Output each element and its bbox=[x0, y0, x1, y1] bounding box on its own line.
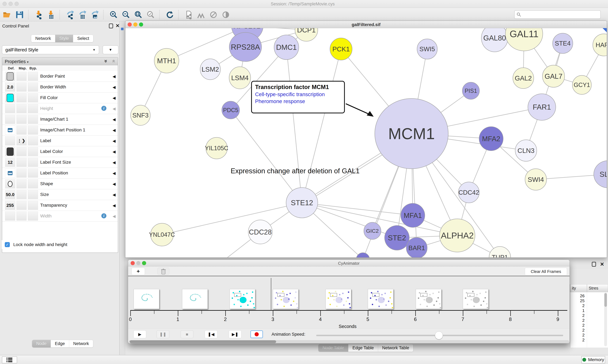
network-node-PCK1[interactable]: PCK1 bbox=[330, 38, 352, 60]
table-cell[interactable]: 2 bbox=[570, 313, 585, 318]
show-view-button[interactable] bbox=[221, 10, 231, 20]
table-column-header[interactable]: Stres bbox=[589, 286, 598, 291]
network-node-GCY1[interactable]: GCY1 bbox=[572, 76, 591, 94]
network-node-MFA1[interactable]: MFA1 bbox=[401, 203, 425, 227]
birdseye-corner-icon[interactable] bbox=[603, 28, 607, 32]
byp-cell[interactable] bbox=[28, 201, 38, 210]
property-row[interactable]: Shape◀ bbox=[2, 179, 118, 189]
network-node-CDC42[interactable]: CDC42 bbox=[458, 182, 479, 203]
network-node-MTH1[interactable]: MTH1 bbox=[154, 48, 179, 73]
import-table-button[interactable] bbox=[46, 10, 56, 20]
float-panel-icon[interactable] bbox=[592, 262, 596, 267]
frame-thumbnail-4[interactable] bbox=[326, 289, 351, 309]
network-annotation[interactable]: Transcription factor MCM1 Cell-type-spec… bbox=[251, 81, 345, 113]
network-node-SWI5[interactable]: SWI5 bbox=[417, 39, 437, 59]
network-snapshot-button[interactable] bbox=[184, 10, 194, 20]
zoom-traffic-light[interactable] bbox=[142, 261, 146, 265]
expand-arrow-icon[interactable]: ◀ bbox=[112, 74, 116, 79]
expand-arrow-icon[interactable]: ◀ bbox=[112, 160, 116, 165]
expand-arrow-icon[interactable]: ◀ bbox=[112, 128, 116, 132]
network-node-ALPHA2[interactable]: ALPHA2 bbox=[440, 219, 475, 252]
network-node-DMC1[interactable]: DMC1 bbox=[274, 35, 299, 60]
map-cell[interactable] bbox=[16, 179, 27, 188]
network-node-HAP2[interactable]: HAP2 bbox=[593, 34, 607, 56]
table-cell[interactable]: 2 bbox=[570, 333, 585, 338]
network-node-BAR1[interactable]: BAR1 bbox=[406, 237, 427, 258]
def-cell[interactable] bbox=[5, 179, 15, 188]
close-panel-icon[interactable]: ✕ bbox=[600, 261, 604, 267]
def-cell[interactable] bbox=[5, 169, 15, 178]
network-node-CDC28[interactable]: CDC28 bbox=[248, 220, 272, 244]
panel-splitter[interactable] bbox=[120, 21, 125, 355]
property-row[interactable]: Label Position◀ bbox=[2, 168, 118, 179]
style-tab-network[interactable]: Network bbox=[69, 340, 93, 347]
property-row[interactable]: ⋮❯Label◀ bbox=[2, 135, 118, 146]
network-node-GAL2[interactable]: GAL2 bbox=[513, 68, 534, 89]
network-node-YIL105C[interactable]: YIL105C bbox=[205, 137, 228, 159]
search-box[interactable] bbox=[514, 10, 601, 19]
table-scrollbar-thumb[interactable] bbox=[604, 293, 607, 307]
map-cell[interactable] bbox=[16, 190, 27, 199]
def-cell[interactable] bbox=[5, 104, 15, 113]
tab-select[interactable]: Select bbox=[73, 35, 93, 42]
table-tab-edge-table[interactable]: Edge Table bbox=[348, 344, 378, 352]
table-cell[interactable]: 2 bbox=[570, 338, 585, 342]
minimize-traffic-light[interactable] bbox=[133, 23, 138, 26]
network-node-YNL047C[interactable]: YNL047C bbox=[149, 223, 175, 246]
record-button[interactable] bbox=[250, 330, 263, 338]
expand-arrow-icon[interactable]: ◀ bbox=[112, 96, 116, 100]
map-cell[interactable] bbox=[16, 212, 27, 221]
table-cell[interactable]: 2 bbox=[570, 328, 585, 333]
network-edge[interactable] bbox=[286, 47, 302, 203]
minimize-traffic-light[interactable] bbox=[9, 2, 13, 6]
table-cell[interactable]: 2 bbox=[570, 303, 585, 308]
lock-size-checkbox[interactable]: ✓ bbox=[5, 242, 10, 247]
info-icon[interactable]: i bbox=[101, 213, 106, 218]
export-table-button[interactable] bbox=[77, 10, 87, 20]
skip-to-start-button[interactable]: ❚◀ bbox=[205, 330, 217, 338]
frame-thumbnail-0[interactable] bbox=[134, 289, 159, 309]
network-node-STE2[interactable]: STE2 bbox=[385, 225, 409, 250]
delete-frame-button[interactable] bbox=[158, 268, 169, 275]
pause-button[interactable]: ❚❚ bbox=[157, 330, 169, 338]
network-node-FAR1[interactable]: FAR1 bbox=[528, 94, 556, 120]
expand-arrow-icon[interactable]: ◀ bbox=[112, 85, 116, 90]
def-cell[interactable]: 12 bbox=[5, 158, 15, 167]
byp-cell[interactable] bbox=[28, 136, 38, 145]
close-traffic-light[interactable] bbox=[128, 23, 132, 26]
byp-cell[interactable] bbox=[28, 115, 38, 124]
map-cell[interactable] bbox=[16, 169, 27, 178]
property-row[interactable]: Label Color◀ bbox=[2, 146, 118, 157]
network-node-PIS1[interactable]: PIS1 bbox=[462, 82, 479, 99]
expand-all-icon[interactable]: » bbox=[103, 60, 109, 63]
frame-thumbnail-1[interactable] bbox=[182, 289, 208, 309]
zoom-in-button[interactable] bbox=[109, 10, 119, 20]
def-cell[interactable]: 255 bbox=[5, 201, 15, 210]
network-node-CLN3[interactable]: CLN3 bbox=[515, 140, 537, 161]
export-image-button[interactable] bbox=[90, 10, 100, 20]
property-row[interactable]: Fill Color◀ bbox=[2, 92, 118, 103]
expand-arrow-icon[interactable]: ◀ bbox=[112, 149, 116, 154]
byp-cell[interactable] bbox=[28, 83, 38, 91]
byp-cell[interactable] bbox=[28, 179, 38, 188]
expand-arrow-icon[interactable]: ◀ bbox=[112, 117, 116, 122]
save-session-button[interactable] bbox=[14, 10, 25, 20]
close-panel-icon[interactable]: ✕ bbox=[116, 23, 120, 28]
network-node-PDC5[interactable]: PDC5 bbox=[222, 101, 240, 119]
task-history-button[interactable] bbox=[2, 356, 17, 363]
table-cell[interactable]: 1 bbox=[570, 308, 585, 313]
add-frame-button[interactable]: + bbox=[132, 268, 145, 275]
import-network-button[interactable] bbox=[34, 10, 44, 20]
network-node-MCM1[interactable]: MCM1 bbox=[375, 99, 448, 169]
property-row[interactable]: Widthi◀ bbox=[2, 211, 118, 221]
def-cell[interactable] bbox=[5, 147, 15, 156]
map-cell[interactable] bbox=[16, 115, 27, 124]
frame-thumbnail-6[interactable] bbox=[416, 289, 442, 309]
zoom-traffic-light[interactable] bbox=[14, 2, 19, 6]
tab-network[interactable]: Network bbox=[31, 35, 55, 42]
expand-arrow-icon[interactable]: ◀ bbox=[112, 203, 116, 208]
property-row[interactable]: Image/Chart 1◀ bbox=[2, 114, 118, 125]
play-button[interactable]: ▶ bbox=[134, 330, 146, 338]
property-row[interactable]: Heighti◀ bbox=[2, 103, 118, 114]
table-cell[interactable]: 2 bbox=[570, 323, 585, 328]
